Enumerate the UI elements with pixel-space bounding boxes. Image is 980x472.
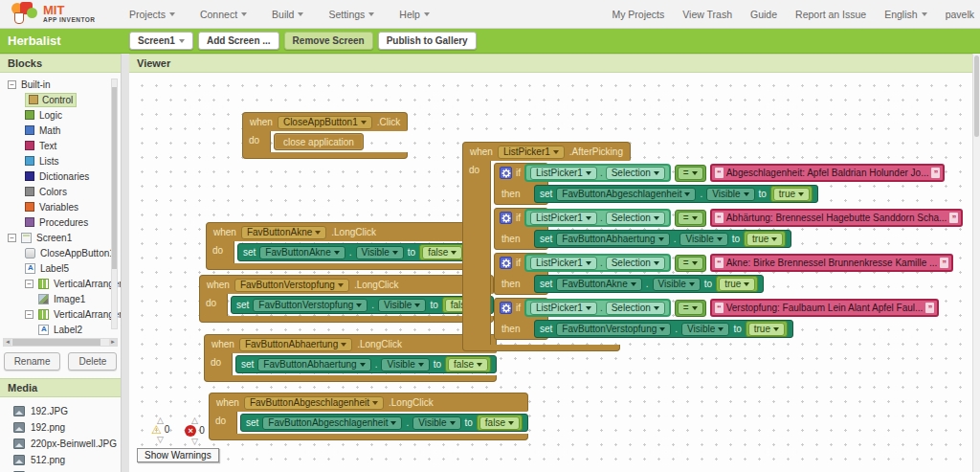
collapse-icon[interactable] (8, 234, 16, 242)
scroll-right-arrow-icon[interactable]: ► (109, 339, 117, 346)
component-dropdown[interactable]: FavButtonVerstopfung (556, 323, 671, 336)
block-when-closeappbutton-click[interactable]: when CloseAppButton1 .Click do close app… (242, 112, 408, 159)
block-equals[interactable]: = (675, 210, 706, 227)
component-dropdown[interactable]: FavButtonAbgeschlagenheit (556, 188, 696, 201)
block-if-then[interactable]: if ListPicker1 . Selection = Abgeschlage… (494, 163, 945, 205)
block-set-visible[interactable]: set FavButtonAbgeschlagenheit . Visible … (534, 185, 818, 203)
block-when-favbuttonabgeschlagenheit-longclick[interactable]: when FavButtonAbgeschlagenheit .LongClic… (209, 393, 528, 440)
block-if-then[interactable]: if ListPicker1 . Selection = Verstopfung… (494, 298, 939, 340)
link-my-projects[interactable]: My Projects (612, 9, 664, 20)
block-logic-true[interactable]: true (770, 186, 813, 202)
block-getter-selection[interactable]: ListPicker1 . Selection (524, 209, 671, 227)
block-getter-selection[interactable]: ListPicker1 . Selection (524, 164, 671, 182)
palette-item-lists[interactable]: Lists (0, 153, 121, 169)
app-inventor-logo[interactable]: MIT APP INVENTOR (10, 2, 96, 26)
tree-item-label2[interactable]: Label2 (0, 322, 121, 337)
block-set-visible[interactable]: set FavButtonAbhaertung . Visible to tru… (534, 230, 791, 248)
tree-item-image1[interactable]: Image1 (0, 291, 121, 306)
media-file[interactable]: 192.JPG (0, 403, 121, 419)
tree-vertical-scrollbar[interactable] (111, 79, 118, 329)
property-dropdown[interactable]: Selection (606, 302, 665, 315)
property-dropdown[interactable]: Selection (606, 257, 665, 270)
component-dropdown[interactable]: FavButtonAkne (556, 278, 641, 291)
block-set-visible[interactable]: set FavButtonAbgeschlagenheit . Visible … (240, 414, 528, 432)
mutator-gear-icon[interactable] (500, 212, 512, 224)
error-down-arrow-icon[interactable]: ▽ (191, 437, 198, 446)
blocks-canvas[interactable]: when CloseAppButton1 .Click do close app… (129, 73, 972, 472)
palette-item-variables[interactable]: Variables (0, 199, 121, 214)
property-dropdown[interactable]: Visible (378, 299, 426, 312)
block-if-then[interactable]: if ListPicker1 . Selection = Abhärtung: … (494, 208, 963, 250)
viewer-vertical-scrollbar[interactable] (972, 54, 980, 472)
block-getter-selection[interactable]: ListPicker1 . Selection (524, 299, 671, 317)
menu-connect[interactable]: Connect (200, 9, 247, 20)
block-equals[interactable]: = (675, 165, 706, 182)
block-when-favbuttonabhaertung-longclick[interactable]: when FavButtonAbhaertung .LongClick do s… (204, 334, 497, 382)
block-text-string[interactable]: Verstopfung: Faulbaum Lein Alant Apfel F… (710, 299, 940, 317)
tree-item-label5[interactable]: Label5 (0, 260, 121, 276)
block-getter-selection[interactable]: ListPicker1 . Selection (524, 254, 671, 272)
warning-down-arrow-icon[interactable]: ▽ (157, 435, 164, 444)
media-file[interactable]: 800px-A_...orage.JPG (0, 468, 121, 472)
block-logic-false[interactable]: false (477, 415, 523, 431)
block-set-visible[interactable]: set FavButtonAkne . Visible to true (534, 275, 764, 293)
block-equals[interactable]: = (675, 300, 706, 317)
component-dropdown[interactable]: ListPicker1 (530, 302, 597, 315)
screen-selector[interactable]: Screen1 (129, 32, 193, 50)
menu-projects[interactable]: Projects (129, 9, 175, 20)
media-file[interactable]: 512.png (0, 452, 121, 468)
property-dropdown[interactable]: Visible (412, 416, 460, 430)
scrollbar-thumb[interactable] (974, 56, 979, 137)
component-dropdown[interactable]: FavButtonAbgeschlagenheit (262, 416, 402, 430)
block-set-visible[interactable]: set FavButtonAkne . Visible to false (237, 243, 471, 261)
component-dropdown[interactable]: ListPicker1 (530, 167, 597, 180)
palette-item-control[interactable]: Control (0, 92, 121, 107)
component-dropdown[interactable]: FavButtonVerstopfung (234, 279, 349, 292)
component-dropdown[interactable]: ListPicker1 (498, 146, 565, 159)
property-dropdown[interactable]: Visible (706, 188, 754, 201)
property-dropdown[interactable]: Visible (356, 246, 404, 259)
add-screen-button[interactable]: Add Screen ... (198, 32, 279, 50)
menu-settings[interactable]: Settings (328, 9, 374, 20)
scrollbar-thumb[interactable] (112, 87, 117, 269)
media-file[interactable]: 192.png (0, 419, 121, 436)
scroll-left-arrow-icon[interactable]: ◄ (4, 339, 11, 346)
block-logic-true[interactable]: true (716, 276, 758, 292)
component-dropdown[interactable]: FavButtonAbhaertung (257, 358, 370, 371)
block-text-string[interactable]: Akne: Birke Brennessel Brunnenkresse Kam… (710, 254, 954, 272)
block-when-favbuttonakne-longclick[interactable]: when FavButtonAkne .LongClick do set Fav… (206, 222, 471, 270)
component-dropdown[interactable]: FavButtonAbgeschlagenheit (244, 396, 384, 410)
collapse-icon[interactable] (25, 310, 33, 319)
link-view-trash[interactable]: View Trash (682, 9, 732, 20)
mutator-gear-icon[interactable] (500, 167, 512, 179)
block-logic-true[interactable]: true (744, 231, 786, 247)
mutator-gear-icon[interactable] (500, 257, 512, 269)
block-when-favbuttonverstopfung-longclick[interactable]: when FavButtonVerstopfung .LongClick do … (199, 275, 494, 323)
palette-item-math[interactable]: Math (0, 123, 121, 138)
block-logic-false[interactable]: false (419, 244, 465, 260)
block-text-string[interactable]: Abgeschlagenheit: Apfel Baldrian Holunde… (710, 164, 946, 182)
block-set-visible[interactable]: set FavButtonAbhaertung . Visible to fal… (235, 355, 497, 373)
block-text-string[interactable]: Abhärtung: Brennessel Hagebutte Sanddorn… (710, 209, 964, 227)
component-dropdown[interactable]: FavButtonAbhaertung (556, 233, 669, 246)
palette-item-colors[interactable]: Colors (0, 184, 121, 199)
component-dropdown[interactable]: FavButtonAkne (259, 246, 345, 259)
block-when-listpicker-afterpicking[interactable]: when ListPicker1 .AfterPicking do if (462, 142, 963, 351)
menu-build[interactable]: Build (272, 9, 303, 20)
user-menu[interactable]: pavelk (946, 9, 974, 20)
tree-group-built-in[interactable]: Built-in (0, 77, 121, 92)
mutator-gear-icon[interactable] (500, 302, 512, 314)
media-file[interactable]: 220px-Beinwell.JPG (0, 436, 121, 452)
collapse-icon[interactable] (8, 80, 16, 89)
component-dropdown[interactable]: FavButtonVerstopfung (253, 299, 368, 312)
component-dropdown[interactable]: FavButtonAkne (241, 226, 326, 239)
language-selector[interactable]: English (884, 9, 926, 20)
property-dropdown[interactable]: Visible (381, 358, 429, 371)
component-dropdown[interactable]: ListPicker1 (530, 212, 597, 225)
property-dropdown[interactable]: Visible (653, 278, 701, 291)
palette-item-text[interactable]: Text (0, 138, 121, 153)
remove-screen-button[interactable]: Remove Screen (284, 32, 373, 50)
component-dropdown[interactable]: FavButtonAbhaertung (239, 338, 352, 351)
link-guide[interactable]: Guide (750, 9, 777, 20)
palette-item-procedures[interactable]: Procedures (0, 214, 121, 230)
